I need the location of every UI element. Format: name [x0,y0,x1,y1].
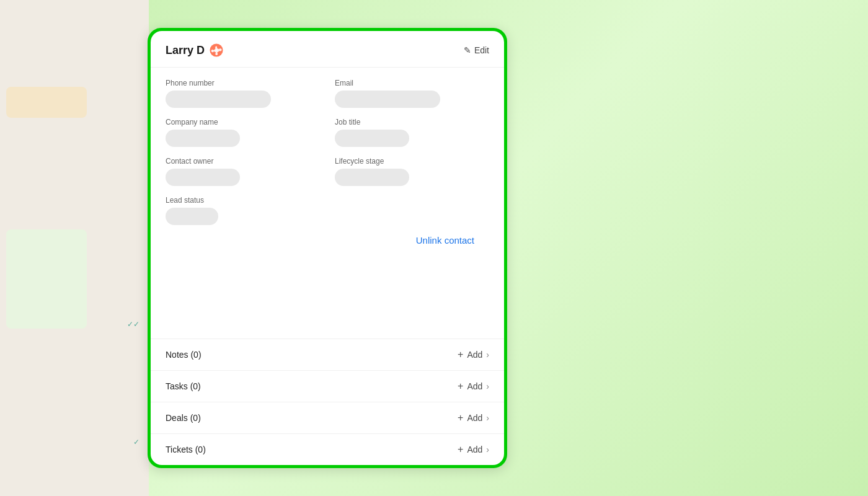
contact-owner-label: Contact owner [166,157,320,166]
phone-label: Phone number [166,79,320,87]
deals-chevron-icon: › [486,413,489,423]
tasks-chevron-icon: › [486,381,489,391]
tickets-actions: + Add › [458,444,489,455]
field-company-name: Company name [166,118,320,147]
field-contact-owner: Contact owner [166,157,320,186]
lifecycle-value [335,169,409,186]
notes-plus-icon: + [458,349,463,360]
notes-chevron-icon: › [486,350,489,360]
lead-status-label: Lead status [166,196,320,205]
lead-status-value [166,208,218,225]
tasks-label: Tasks (0) [166,381,201,391]
left-panel: ✓✓ ✓ [0,0,149,496]
edit-button[interactable]: ✎ Edit [464,45,489,55]
lifecycle-label: Lifecycle stage [335,157,489,166]
deals-plus-icon: + [458,412,463,423]
deals-label: Deals (0) [166,413,201,423]
edit-icon: ✎ [464,45,471,55]
field-email: Email [335,79,489,108]
tasks-plus-icon: + [458,381,463,392]
tasks-add-label: Add [467,381,482,391]
job-title-value [335,130,409,147]
tasks-actions: + Add › [458,381,489,392]
field-job-title: Job title [335,118,489,147]
field-phone-number: Phone number [166,79,320,108]
tickets-section-row[interactable]: Tickets (0) + Add › [151,434,504,465]
deals-add-label: Add [467,413,482,423]
field-lifecycle-stage: Lifecycle stage [335,157,489,186]
tasks-section-row[interactable]: Tasks (0) + Add › [151,371,504,402]
read-tick-2: ✓ [133,438,140,446]
tickets-chevron-icon: › [486,445,489,454]
unlink-contact-button[interactable]: Unlink contact [416,235,474,246]
email-label: Email [335,79,489,87]
contact-name: Larry D [166,44,205,57]
deals-actions: + Add › [458,412,489,423]
deals-section-row[interactable]: Deals (0) + Add › [151,402,504,434]
contact-name-row: Larry D [166,43,223,57]
company-label: Company name [166,118,320,126]
section-rows: Notes (0) + Add › Tasks (0) + Add › Deal… [151,339,504,465]
notes-add-label: Add [467,350,482,360]
chat-message-1 [6,87,87,118]
tickets-label: Tickets (0) [166,445,206,454]
tickets-plus-icon: + [458,444,463,455]
job-title-label: Job title [335,118,489,126]
svg-point-1 [215,49,218,51]
chat-message-2 [6,229,87,329]
company-value [166,130,240,147]
read-tick-1: ✓✓ [127,320,140,329]
tickets-add-label: Add [467,445,482,454]
notes-actions: + Add › [458,349,489,360]
email-value [335,91,440,108]
phone-value [166,91,271,108]
contact-card: Larry D ✎ Edit Phone number [151,31,504,465]
contact-card-wrapper: Larry D ✎ Edit Phone number [148,28,507,468]
notes-label: Notes (0) [166,350,202,360]
contact-owner-value [166,169,240,186]
unlink-row: Unlink contact [166,225,489,257]
fields-grid: Phone number Email Company name Job titl… [166,79,489,225]
hubspot-icon [210,43,223,57]
edit-label: Edit [474,45,489,55]
contact-fields: Phone number Email Company name Job titl… [151,68,504,339]
field-lead-status: Lead status [166,196,320,225]
contact-header: Larry D ✎ Edit [151,31,504,68]
notes-section-row[interactable]: Notes (0) + Add › [151,339,504,371]
